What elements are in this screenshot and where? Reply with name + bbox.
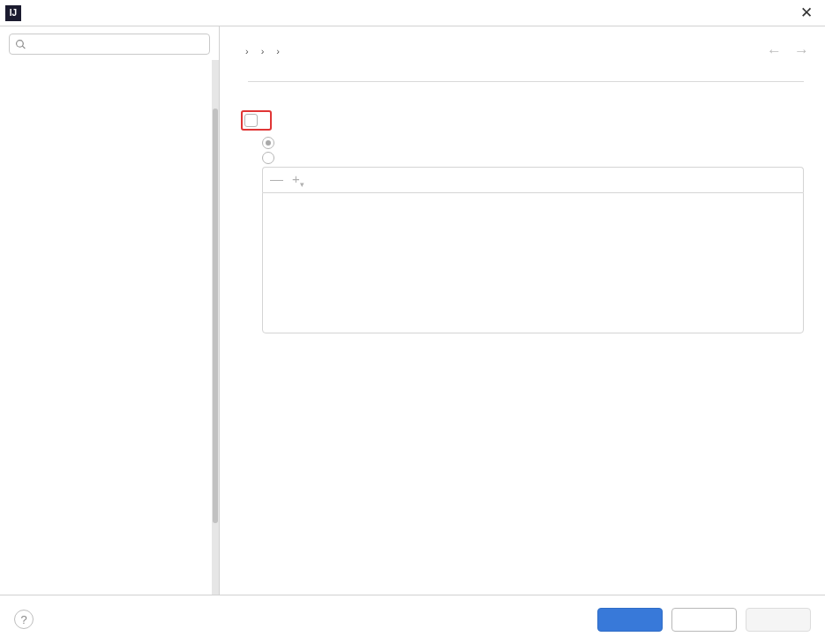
tostring-radio-list[interactable]: [262, 152, 274, 164]
tostring-radio-all[interactable]: [262, 137, 274, 149]
enable-tostring-checkbox[interactable]: [244, 114, 258, 127]
dialog-footer: ?: [0, 595, 825, 643]
enable-tostring-highlight: [241, 110, 272, 131]
close-icon[interactable]: ✕: [797, 4, 816, 22]
class-pattern-list[interactable]: [262, 192, 804, 333]
add-icon[interactable]: +▾: [292, 171, 304, 189]
search-icon: [15, 39, 26, 50]
app-icon: IJ: [5, 5, 21, 21]
settings-content: — +▾: [220, 65, 825, 595]
nav-forward-icon[interactable]: →: [794, 42, 809, 60]
nav-back-icon[interactable]: ←: [767, 42, 782, 60]
search-input[interactable]: [9, 34, 210, 55]
scrollbar[interactable]: [212, 60, 219, 595]
cancel-button[interactable]: [671, 608, 737, 632]
remove-icon[interactable]: —: [270, 171, 283, 189]
class-list-toolbar: — +▾: [262, 167, 804, 192]
settings-tree: [0, 62, 219, 595]
settings-sidebar: [0, 26, 220, 595]
apply-button: [746, 608, 811, 632]
ok-button[interactable]: [597, 608, 663, 632]
help-button[interactable]: ?: [14, 610, 34, 629]
breadcrumb: › › › ← →: [220, 26, 825, 65]
titlebar: IJ ✕: [0, 0, 825, 26]
